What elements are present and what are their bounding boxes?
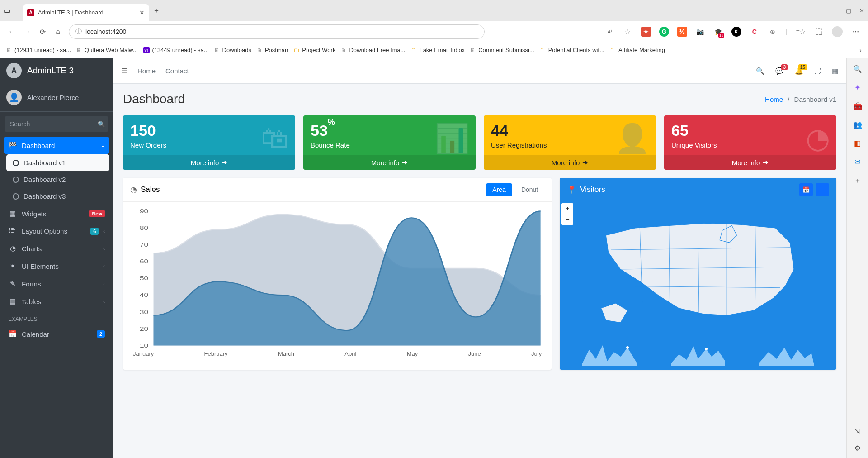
topbar-notifications-icon[interactable]: 🔔15 xyxy=(795,67,803,75)
sidebar-item-forms[interactable]: ✎ Forms ‹ xyxy=(4,275,109,292)
zoom-out-button[interactable]: − xyxy=(561,214,573,225)
tab-area[interactable]: Area xyxy=(486,183,512,196)
ext-icon-1[interactable]: ✦ xyxy=(641,27,651,37)
bookmark-item[interactable]: 🗎(12931 unread) - sa... xyxy=(6,47,71,53)
edge-feedback-icon[interactable]: ⇲ xyxy=(854,427,860,436)
edge-copilot-icon[interactable]: ✦ xyxy=(854,83,860,92)
reload-button[interactable]: ⟳ xyxy=(38,28,47,36)
bookmark-item[interactable]: 🗎Comment Submissi... xyxy=(470,47,534,53)
topbar: ☰ Home Contact 🔍 💬3 🔔15 ⛶ ▦ xyxy=(113,58,846,84)
extensions-icon[interactable]: ⊕ xyxy=(768,27,778,37)
read-aloud-icon[interactable]: A⁾ xyxy=(605,27,615,37)
pie-icon: ◔ xyxy=(130,185,137,195)
favorite-icon[interactable]: ☆ xyxy=(623,27,633,37)
sidebar-item-dashboard[interactable]: 🏁 Dashboard ⌄ xyxy=(4,137,109,154)
visitors-card: 📍 Visitors 📅 − + − xyxy=(560,178,836,370)
file-icon: 🗎 xyxy=(76,47,82,53)
stat-more-link[interactable]: More info ➜ xyxy=(484,155,656,170)
tab-donut[interactable]: Donut xyxy=(515,183,544,196)
topbar-search-icon[interactable]: 🔍 xyxy=(756,67,764,75)
sparkline-3 xyxy=(760,341,814,366)
sidebar-search-button[interactable]: 🔍 xyxy=(94,116,108,132)
gauge-icon: 🏁 xyxy=(8,141,17,149)
sidebar-item-layout-options[interactable]: ⿻ Layout Options 6 ‹ xyxy=(4,223,109,239)
sidebar-search-input[interactable] xyxy=(5,116,94,132)
edge-people-icon[interactable]: 👥 xyxy=(853,120,862,129)
ext-screenshot-icon[interactable]: 📷 xyxy=(695,27,705,37)
back-button[interactable]: ← xyxy=(7,28,16,36)
user-avatar-icon: 👤 xyxy=(6,90,22,105)
ext-icon-5[interactable]: C xyxy=(750,27,760,37)
sparkline-1 xyxy=(582,341,637,366)
stat-more-link[interactable]: More info ➜ xyxy=(664,155,836,170)
ext-icon-2[interactable]: ½ xyxy=(677,27,687,37)
stat-more-link[interactable]: More info ➜ xyxy=(303,155,476,170)
close-window-button[interactable]: ✕ xyxy=(859,7,864,14)
sidebar-subitem-dashboard-v2[interactable]: Dashboard v2 xyxy=(6,171,109,188)
topbar-link-home[interactable]: Home xyxy=(137,67,156,75)
sidebar-item-tables[interactable]: ▤ Tables ‹ xyxy=(4,293,109,310)
browser-tab[interactable]: A AdminLTE 3 | Dashboard ✕ xyxy=(23,4,149,21)
bookmark-item[interactable]: 🗀Potential Clients wit... xyxy=(540,47,604,53)
brand-link[interactable]: A AdminLTE 3 xyxy=(0,58,113,83)
nav-label: Tables xyxy=(22,298,99,305)
sidebar-item-charts[interactable]: ◔ Charts ‹ xyxy=(4,240,109,257)
edge-office-icon[interactable]: ◧ xyxy=(854,139,861,148)
edge-outlook-icon[interactable]: ✉ xyxy=(854,157,860,166)
sidebar-item-ui-elements[interactable]: ✶ UI Elements ‹ xyxy=(4,258,109,275)
user-panel[interactable]: 👤 Alexander Pierce xyxy=(0,83,113,112)
maximize-button[interactable]: ▢ xyxy=(846,7,851,14)
close-tab-icon[interactable]: ✕ xyxy=(139,9,145,16)
chevron-left-icon: ‹ xyxy=(103,229,105,234)
favorites-bar-icon[interactable]: ≡☆ xyxy=(796,27,806,37)
zoom-in-button[interactable]: + xyxy=(561,203,573,214)
arrow-right-icon: ➜ xyxy=(222,158,227,167)
new-tab-button[interactable]: ＋ xyxy=(153,6,160,15)
nav-label: Calendar xyxy=(22,330,92,338)
more-menu-icon[interactable]: ⋯ xyxy=(851,27,861,37)
sidebar-toggle-icon[interactable]: ☰ xyxy=(121,67,127,75)
collapse-button[interactable]: − xyxy=(816,183,829,196)
sidebar-item-calendar[interactable]: 📅 Calendar 2 xyxy=(4,325,109,343)
site-info-icon[interactable]: ⓘ xyxy=(75,28,82,36)
breadcrumb-home[interactable]: Home xyxy=(765,95,783,103)
address-bar[interactable]: ⓘ localhost:4200 xyxy=(69,24,485,39)
panel-toggle-icon[interactable]: ▭ xyxy=(4,6,20,15)
ext-icon-3[interactable]: 🎓11 xyxy=(713,27,723,37)
bookmark-item[interactable]: 🗀Affiliate Marketing xyxy=(610,47,665,53)
yahoo-icon: y! xyxy=(143,47,150,53)
browser-toolbar: ← → ⟳ ⌂ ⓘ localhost:4200 A⁾ ☆ ✦ G ½ 📷 🎓1… xyxy=(0,21,868,42)
topbar-link-contact[interactable]: Contact xyxy=(165,67,189,75)
edge-tools-icon[interactable]: 🧰 xyxy=(853,102,862,110)
collections-icon[interactable]: ⿺ xyxy=(814,27,824,37)
edge-search-icon[interactable]: 🔍 xyxy=(853,65,862,73)
bookmarks-overflow-icon[interactable]: › xyxy=(859,47,862,54)
sidebar-subitem-dashboard-v1[interactable]: Dashboard v1 xyxy=(6,154,109,171)
home-button[interactable]: ⌂ xyxy=(53,28,62,36)
svg-text:70: 70 xyxy=(140,241,148,248)
ext-icon-4[interactable]: K xyxy=(731,27,741,37)
calendar-button[interactable]: 📅 xyxy=(799,183,813,196)
breadcrumb-separator: / xyxy=(788,95,789,103)
ext-grammarly-icon[interactable]: G xyxy=(659,27,669,37)
topbar-expand-icon[interactable]: ⛶ xyxy=(814,67,821,75)
profile-avatar-icon[interactable] xyxy=(832,26,843,37)
bookmark-item[interactable]: 🗎Postman xyxy=(257,47,288,53)
bookmark-item[interactable]: 🗎Download Free Ima... xyxy=(341,47,405,53)
bookmark-item[interactable]: 🗀Project Work xyxy=(293,47,335,53)
topbar-messages-icon[interactable]: 💬3 xyxy=(775,67,784,75)
svg-text:60: 60 xyxy=(140,258,148,264)
bookmark-item[interactable]: y!(13449 unread) - sa... xyxy=(143,47,209,53)
sidebar-subitem-dashboard-v3[interactable]: Dashboard v3 xyxy=(6,188,109,205)
bookmark-item[interactable]: 🗎Downloads xyxy=(214,47,251,53)
edge-settings-icon[interactable]: ⚙ xyxy=(854,444,861,453)
bookmark-item[interactable]: 🗎Quttera Web Malw... xyxy=(76,47,138,53)
minimize-button[interactable]: — xyxy=(832,7,838,14)
sidebar-item-widgets[interactable]: ▦ Widgets New xyxy=(4,205,109,222)
edge-add-icon[interactable]: ＋ xyxy=(854,176,861,186)
stat-more-link[interactable]: More info ➜ xyxy=(123,155,295,170)
map-pin-icon: 📍 xyxy=(567,185,576,195)
visitors-map[interactable]: + − xyxy=(560,201,836,337)
topbar-grid-icon[interactable]: ▦ xyxy=(832,67,838,75)
bookmark-item[interactable]: 🗀Fake Email Inbox xyxy=(411,47,465,53)
